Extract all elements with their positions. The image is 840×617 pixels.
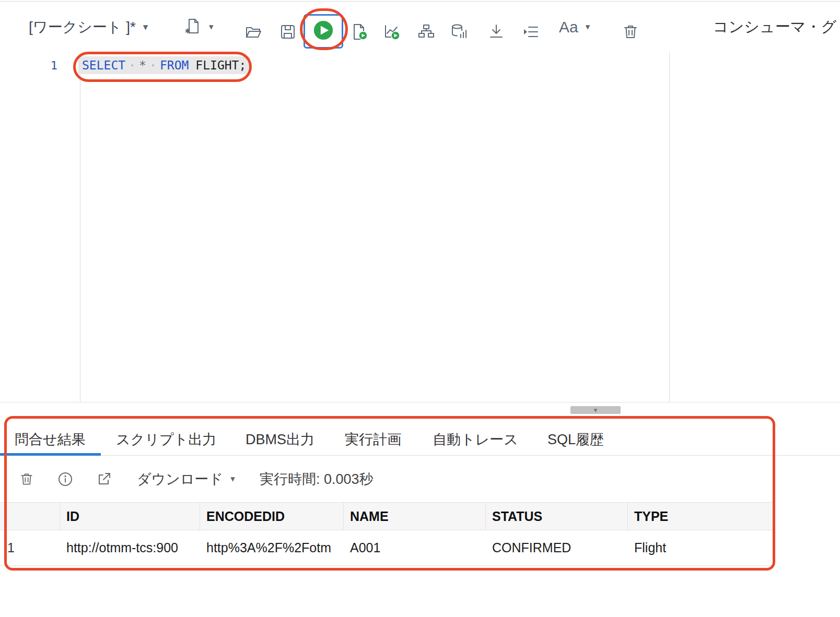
sql-worksheet-window: [ワークシート ]* ▾ ✱ ▾ (0, 0, 840, 617)
cell-id[interactable]: http://otmm-tcs:900 (60, 530, 200, 565)
text-size-icon: Aa (559, 18, 578, 36)
cell-type[interactable]: Flight (628, 530, 774, 565)
line-number: 1 (0, 59, 57, 72)
sql-identifier: FLIGHT; (195, 58, 246, 72)
cell-rownum: 1 (0, 530, 60, 565)
clear-results-button[interactable] (19, 471, 34, 487)
font-size-button[interactable]: Aa ▾ (559, 2, 590, 52)
editor-right-divider (669, 52, 670, 402)
tab-autotrace[interactable]: 自動トレース (433, 424, 518, 455)
indent-lines-icon (522, 23, 540, 41)
chart-play-icon (383, 23, 401, 41)
whitespace-dot (125, 58, 139, 72)
info-button[interactable] (57, 471, 73, 487)
run-script-icon (351, 23, 368, 41)
chevron-down-icon: ▾ (143, 21, 148, 33)
folder-open-icon (244, 23, 262, 41)
run-script-button[interactable] (351, 23, 368, 41)
cell-status[interactable]: CONFIRMED (486, 530, 628, 565)
sql-keyword: FROM (160, 58, 189, 72)
autotrace-run-button[interactable] (383, 23, 401, 41)
info-icon (57, 480, 73, 489)
open-in-new-button[interactable] (96, 471, 112, 487)
chevron-down-icon: ▾ (586, 21, 590, 32)
save-icon (279, 23, 297, 41)
run-play-icon (312, 19, 335, 44)
header-id[interactable]: ID (60, 503, 200, 530)
header-rownum (0, 503, 60, 530)
tab-dbms-output[interactable]: DBMS出力 (246, 424, 314, 455)
database-bars-icon (450, 23, 468, 41)
code-line[interactable]: SELECT*FROMFLIGHT; (78, 56, 250, 74)
sql-statement: SELECT*FROMFLIGHT; (78, 56, 250, 74)
db-statistics-button[interactable] (450, 23, 468, 41)
header-name[interactable]: NAME (344, 503, 486, 530)
chevron-down-icon: ▾ (209, 21, 214, 32)
whitespace-dot (146, 58, 160, 72)
header-encodedid[interactable]: ENCODEDID (200, 503, 344, 530)
worksheet-toolbar: [ワークシート ]* ▾ ✱ ▾ (0, 2, 840, 52)
explain-plan-button[interactable] (417, 23, 435, 41)
open-file-button[interactable] (244, 23, 262, 41)
worksheet-selector[interactable]: [ワークシート ]* ▾ (29, 2, 148, 52)
new-file-icon: ✱ (184, 17, 202, 37)
panel-split-line (0, 402, 840, 402)
header-status[interactable]: STATUS (486, 503, 628, 530)
clear-worksheet-button[interactable] (622, 23, 639, 41)
hierarchy-icon (417, 23, 435, 41)
cell-name[interactable]: A001 (344, 530, 486, 565)
results-tabs-bar: 問合せ結果 スクリプト出力 DBMS出力 実行計画 自動トレース SQL履歴 (0, 424, 840, 456)
svg-text:✱: ✱ (185, 27, 191, 35)
results-toolbar: ダウンロード ▾ 実行時間: 0.003秒 (0, 456, 840, 502)
new-worksheet-button[interactable]: ✱ ▾ (184, 2, 214, 52)
table-header-row: ID ENCODEDID NAME STATUS TYPE (0, 502, 774, 530)
sql-keyword: SELECT (82, 58, 125, 72)
cell-encodedid[interactable]: http%3A%2F%2Fotm (200, 530, 344, 565)
external-link-icon (96, 480, 112, 489)
worksheet-title: [ワークシート ]* (29, 17, 136, 37)
gutter-divider (80, 52, 80, 402)
execution-time: 実行時間: 0.003秒 (260, 456, 374, 502)
download-button[interactable] (487, 23, 505, 41)
consumer-group-label: コンシューマ・グ (713, 2, 840, 52)
download-icon (487, 23, 505, 41)
splitter-handle[interactable]: ▾ (570, 406, 621, 414)
tab-sql-history[interactable]: SQL履歴 (547, 424, 604, 455)
chevron-down-icon: ▾ (230, 473, 235, 484)
download-results-button[interactable]: ダウンロード ▾ (137, 456, 235, 502)
chevron-down-icon: ▾ (594, 406, 598, 414)
trash-icon (622, 23, 639, 41)
run-statement-button[interactable] (304, 14, 343, 49)
tab-script-output[interactable]: スクリプト出力 (116, 424, 216, 455)
header-type[interactable]: TYPE (628, 503, 774, 530)
sql-operator: * (139, 58, 146, 72)
trash-icon (19, 480, 34, 489)
save-button[interactable] (279, 23, 297, 41)
format-button[interactable] (522, 23, 540, 41)
query-results-table: ID ENCODEDID NAME STATUS TYPE 1 http://o… (0, 502, 774, 566)
tab-explain-plan[interactable]: 実行計画 (345, 424, 401, 455)
download-label: ダウンロード (137, 470, 223, 489)
sql-editor[interactable]: 1 SELECT*FROMFLIGHT; (0, 52, 840, 402)
tab-query-result[interactable]: 問合せ結果 (15, 424, 86, 455)
table-row[interactable]: 1 http://otmm-tcs:900 http%3A%2F%2Fotm A… (0, 530, 774, 566)
